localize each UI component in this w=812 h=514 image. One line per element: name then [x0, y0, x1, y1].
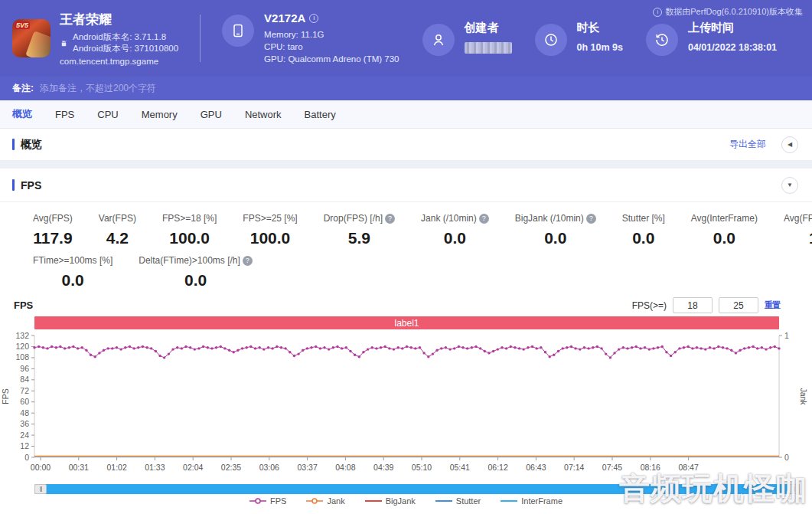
help-icon[interactable]: ? [586, 214, 596, 224]
metric-label: Drop(FPS) [/h]? [324, 213, 395, 224]
svg-text:48: 48 [20, 408, 29, 417]
section-accent-bar [12, 139, 15, 150]
collapse-down-button[interactable]: ▼ [781, 177, 798, 194]
threshold-input-1[interactable] [673, 297, 713, 313]
tab-network[interactable]: Network [245, 109, 282, 120]
device-model: V2172A [264, 11, 305, 25]
svg-text:03:06: 03:06 [259, 463, 279, 472]
creator-group: 创建者 [422, 21, 512, 56]
fps-metrics-row2: FTime>=100ms [%]0.0Delta(FTime)>100ms [/… [0, 247, 812, 290]
help-icon[interactable]: ? [243, 256, 253, 266]
legend-label: Jank [327, 496, 344, 506]
svg-text:120: 120 [15, 342, 29, 351]
report-tabs: 概览FPSCPUMemoryGPUNetworkBattery [0, 100, 812, 129]
metric-label: BigJank (/10min)? [515, 213, 596, 224]
collapse-left-button[interactable]: ◀ [781, 136, 798, 153]
legend-label: Stutter [456, 496, 481, 506]
creator-name-redacted [465, 42, 512, 54]
metric-var-fps-: Var(FPS)4.2 [86, 213, 149, 247]
metric-value: 100.0 [162, 229, 217, 247]
metric-label: Stutter [%] [622, 213, 665, 224]
tab-gpu[interactable]: GPU [201, 109, 222, 120]
game-icon-art [25, 31, 51, 57]
metric-value: 0.0 [515, 229, 596, 247]
tab-battery[interactable]: Battery [305, 109, 336, 120]
fps-line-chart[interactable]: 0122436486072849610812013201FPSJank00:00… [0, 329, 812, 480]
svg-text:00:00: 00:00 [31, 463, 51, 472]
device-memory: Memory: 11.1G [264, 28, 399, 41]
metric-label: FPS>=25 [%] [243, 213, 297, 224]
metric-bigjank-10min-: BigJank (/10min)?0.0 [502, 213, 609, 247]
scrollbar-left-handle[interactable] [34, 484, 47, 494]
metric-label: FTime>=100ms [%] [33, 255, 113, 266]
report-header: i 数据由PerfDog(6.0.210910)版本收集 5V5 王者荣耀 An… [0, 0, 812, 77]
threshold-apply-button[interactable]: 重置 [765, 300, 780, 311]
section-divider-band [0, 161, 812, 169]
metric-drop-fps-h-: Drop(FPS) [/h]?5.9 [311, 213, 408, 247]
svg-text:02:04: 02:04 [183, 463, 203, 472]
device-info-icon[interactable]: i [309, 14, 318, 23]
svg-text:84: 84 [20, 375, 29, 384]
metric-value: 0.0 [691, 229, 758, 247]
help-icon[interactable]: ? [479, 214, 489, 224]
metric-label: Var(FPS) [99, 213, 136, 224]
metric-value: 117.9 [33, 229, 73, 247]
device-cpu: CPU: taro [264, 41, 399, 53]
legend-item-stutter[interactable]: Stutter [435, 496, 481, 506]
game-package: com.tencent.tmgp.sgame [60, 57, 178, 66]
metric-value: 0.0 [421, 229, 489, 247]
svg-text:08:16: 08:16 [641, 463, 660, 472]
legend-marker-icon [306, 498, 323, 504]
tab-概览[interactable]: 概览 [12, 107, 32, 121]
svg-text:60: 60 [20, 397, 29, 406]
threshold-input-2[interactable] [719, 297, 758, 313]
metric-value: 4.2 [99, 229, 136, 247]
upload-time-value: 04/01/2022 18:38:01 [688, 42, 777, 53]
metric-label: Avg(InterFrame) [691, 213, 758, 224]
tab-fps[interactable]: FPS [55, 109, 74, 120]
help-icon[interactable]: ? [385, 214, 395, 224]
game-icon-badge: 5V5 [15, 21, 30, 29]
metric-label: Jank (/10min)? [421, 213, 489, 224]
legend-label: InterFrame [521, 496, 563, 506]
threshold-label: FPS(>=) [632, 300, 667, 311]
scrollbar-right-handle[interactable] [788, 484, 800, 494]
metric-fps-25-: FPS>=25 [%]100.0 [230, 213, 310, 247]
legend-item-jank[interactable]: Jank [306, 496, 344, 506]
svg-text:04:39: 04:39 [373, 463, 393, 472]
tab-cpu[interactable]: CPU [97, 109, 118, 120]
chart-range-scrollbar[interactable] [34, 484, 800, 494]
upload-time-group: 上传时间 04/01/2022 18:38:01 [646, 21, 777, 56]
game-version-name: Android版本名: 3.71.1.8 [73, 31, 178, 43]
chart-title: FPS [14, 300, 33, 311]
game-app-icon: 5V5 [12, 19, 51, 57]
legend-item-bigjank[interactable]: BigJank [365, 496, 416, 506]
duration-label: 时长 [577, 21, 600, 35]
metric-avg-fps-interframe-: Avg(FPS+InterFrame)117.9 [771, 213, 812, 247]
tab-memory[interactable]: Memory [142, 109, 178, 120]
legend-line-icon [435, 498, 452, 504]
chart-legend: FPSJankBigJankStutterInterFrame [0, 496, 812, 506]
svg-text:108: 108 [15, 352, 29, 362]
metric-value: 100.0 [243, 229, 297, 247]
info-icon: i [653, 8, 662, 17]
legend-line-icon [365, 498, 382, 504]
metric-value: 5.9 [324, 229, 395, 247]
metric-jank-10min-: Jank (/10min)?0.0 [408, 213, 502, 247]
upload-time-label: 上传时间 [688, 21, 734, 35]
svg-text:96: 96 [20, 364, 29, 373]
legend-item-interframe[interactable]: InterFrame [501, 496, 563, 506]
svg-text:0: 0 [24, 453, 29, 462]
legend-item-fps[interactable]: FPS [249, 496, 286, 506]
note-bar[interactable]: 备注: 添加备注，不超过200个字符 [0, 77, 812, 100]
creator-icon [422, 24, 455, 56]
svg-text:06:12: 06:12 [488, 463, 507, 472]
export-all-link[interactable]: 导出全部 [729, 138, 766, 151]
note-placeholder: 添加备注，不超过200个字符 [40, 82, 156, 95]
source-note-text: 数据由PerfDog(6.0.210910)版本收集 [665, 6, 803, 18]
svg-text:00:31: 00:31 [69, 463, 89, 472]
upload-time-icon [646, 24, 678, 56]
svg-text:01:02: 01:02 [106, 463, 126, 472]
android-icon [60, 33, 68, 54]
overview-title: 概览 [21, 138, 42, 152]
